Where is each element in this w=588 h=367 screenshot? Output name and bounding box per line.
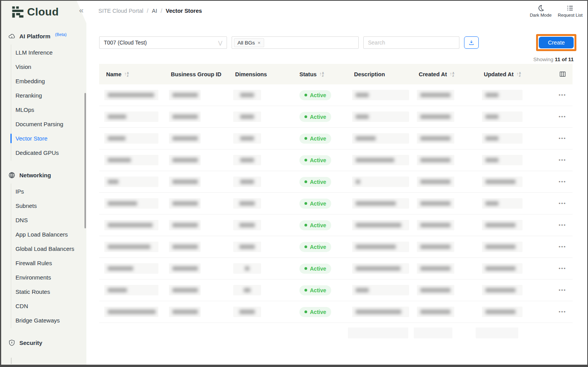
table-row[interactable]: Active••• bbox=[99, 106, 573, 128]
table-row[interactable]: Active••• bbox=[99, 236, 573, 258]
row-actions-button[interactable]: ••• bbox=[559, 179, 566, 184]
sort-icon[interactable]: ↑AZ bbox=[516, 72, 521, 77]
table-row[interactable]: Active••• bbox=[99, 171, 573, 193]
sidebar-section-ai-platform[interactable]: AI Platform (Beta) bbox=[1, 29, 86, 44]
redacted-cell bbox=[482, 198, 523, 209]
export-button[interactable] bbox=[464, 36, 479, 49]
row-actions-button[interactable]: ••• bbox=[559, 266, 566, 271]
sidebar-item-subnets[interactable]: Subnets bbox=[11, 199, 86, 213]
sidebar-section-networking[interactable]: Networking bbox=[1, 168, 86, 183]
column-header-created-at[interactable]: Created At ↑AZ bbox=[412, 71, 477, 77]
redacted-cell bbox=[352, 111, 409, 122]
below-table-area bbox=[86, 323, 587, 346]
table-row[interactable]: Active••• bbox=[99, 258, 573, 280]
redacted-cell bbox=[233, 111, 261, 122]
sidebar-item-mlops[interactable]: MLOps bbox=[11, 103, 86, 117]
sidebar-item-global-load-balancers[interactable]: Global Load Balancers bbox=[11, 242, 86, 256]
redacted-cell bbox=[104, 242, 158, 252]
column-header-name[interactable]: Name ↑AZ bbox=[99, 71, 164, 77]
status-dot-icon bbox=[304, 115, 307, 118]
sidebar-item-ips[interactable]: IPs bbox=[11, 184, 86, 199]
tenant-select[interactable]: T007 (Cloud Test) ⋁ bbox=[99, 36, 227, 49]
row-actions-button[interactable]: ••• bbox=[559, 288, 566, 293]
redacted-cell bbox=[104, 111, 158, 122]
sidebar-item-dns[interactable]: DNS bbox=[11, 213, 86, 227]
column-settings-button[interactable] bbox=[552, 70, 573, 78]
breadcrumb-root[interactable]: SITE Cloud Portal bbox=[98, 8, 143, 14]
sidebar-item-reranking[interactable]: Reranking bbox=[11, 88, 86, 103]
row-actions-button[interactable]: ••• bbox=[559, 201, 566, 206]
sort-icon[interactable]: ↑AZ bbox=[319, 72, 324, 77]
table-row[interactable]: Active••• bbox=[99, 280, 573, 301]
column-header-updated-at[interactable]: Updated At ↑AZ bbox=[477, 71, 552, 77]
row-actions-button[interactable]: ••• bbox=[559, 136, 566, 141]
redacted-cell bbox=[104, 155, 158, 165]
sidebar-item-dedicated-gpus[interactable]: Dedicated GPUs bbox=[11, 146, 86, 160]
status-dot-icon bbox=[304, 245, 307, 248]
redacted-cell bbox=[417, 133, 454, 144]
sidebar-item-vector-store[interactable]: Vector Store bbox=[11, 131, 86, 146]
redacted-cell bbox=[169, 155, 201, 165]
redacted-cell bbox=[417, 242, 454, 252]
redacted-cell bbox=[169, 307, 201, 317]
table-row[interactable]: Active••• bbox=[99, 301, 573, 323]
download-icon bbox=[468, 39, 475, 46]
sidebar-item-llm-inference[interactable]: LLM Inference bbox=[11, 45, 86, 60]
tag-close-icon[interactable]: × bbox=[258, 40, 261, 46]
row-actions-button[interactable]: ••• bbox=[559, 223, 566, 228]
redacted-cell bbox=[104, 220, 158, 230]
row-actions-button[interactable]: ••• bbox=[559, 93, 566, 98]
sidebar-scrollbar[interactable] bbox=[84, 93, 86, 228]
redacted-cell bbox=[352, 220, 409, 230]
column-header-status[interactable]: Status ↑AZ bbox=[292, 71, 347, 77]
sidebar-item-environments[interactable]: Environments bbox=[11, 270, 86, 285]
redacted-cell bbox=[417, 111, 454, 122]
dark-mode-toggle[interactable]: Dark Mode bbox=[530, 4, 552, 17]
nav-rail-stub bbox=[11, 358, 12, 364]
sidebar-item-document-parsing[interactable]: Document Parsing bbox=[11, 117, 86, 131]
sidebar-nav: AI Platform (Beta) LLM InferenceVisionEm… bbox=[1, 29, 86, 350]
row-actions-button[interactable]: ••• bbox=[559, 158, 566, 163]
table-row[interactable]: Active••• bbox=[99, 214, 573, 236]
redacted-cell bbox=[482, 133, 523, 144]
redacted-cell bbox=[233, 177, 261, 187]
search-input[interactable] bbox=[363, 36, 459, 49]
create-highlight-frame: Create bbox=[536, 34, 576, 51]
sidebar-item-app-load-balancers[interactable]: App Load Balancers bbox=[11, 227, 86, 242]
sidebar-item-static-routes[interactable]: Static Routes bbox=[11, 285, 86, 299]
business-group-filter[interactable]: All BGs × bbox=[232, 36, 359, 49]
redacted-cell bbox=[352, 133, 409, 144]
sort-icon[interactable]: ↑AZ bbox=[124, 72, 129, 77]
sidebar-section-security[interactable]: Security bbox=[1, 335, 86, 350]
breadcrumb-ai[interactable]: AI bbox=[152, 8, 157, 14]
redacted-cell bbox=[482, 285, 523, 295]
create-button[interactable]: Create bbox=[539, 37, 574, 48]
breadcrumb-separator: / bbox=[161, 8, 162, 14]
cloud-icon bbox=[8, 33, 15, 40]
row-actions-button[interactable]: ••• bbox=[559, 309, 566, 314]
sidebar-collapse-button[interactable]: « bbox=[79, 6, 84, 14]
section-label: Security bbox=[19, 340, 42, 346]
table-row[interactable]: Active••• bbox=[99, 149, 573, 171]
status-badge: Active bbox=[299, 155, 331, 165]
sidebar-item-bridge-gateways[interactable]: Bridge Gateways bbox=[11, 313, 86, 328]
sidebar-item-vision[interactable]: Vision bbox=[11, 60, 86, 74]
row-actions-button[interactable]: ••• bbox=[559, 244, 566, 249]
table-row[interactable]: Active••• bbox=[99, 84, 573, 106]
sidebar-item-cdn[interactable]: CDN bbox=[11, 299, 86, 313]
row-actions-button[interactable]: ••• bbox=[559, 114, 566, 119]
sort-icon[interactable]: ↑AZ bbox=[450, 72, 454, 77]
redacted-cell bbox=[169, 242, 201, 252]
filter-tag-label: All BGs bbox=[237, 40, 255, 46]
redacted-cell bbox=[352, 155, 409, 165]
redacted-cell bbox=[233, 242, 261, 252]
sidebar-item-firewall-rules[interactable]: Firewall Rules bbox=[11, 256, 86, 270]
redacted-cell bbox=[104, 285, 158, 295]
request-list-button[interactable]: Request List bbox=[558, 4, 583, 17]
redacted-cell bbox=[352, 177, 409, 187]
sidebar-item-embedding[interactable]: Embedding bbox=[11, 74, 86, 88]
table-row[interactable]: Active••• bbox=[99, 128, 573, 149]
brand-logo[interactable]: Cloud bbox=[1, 1, 86, 19]
table-row[interactable]: Active••• bbox=[99, 193, 573, 214]
redacted-cell bbox=[104, 198, 158, 209]
